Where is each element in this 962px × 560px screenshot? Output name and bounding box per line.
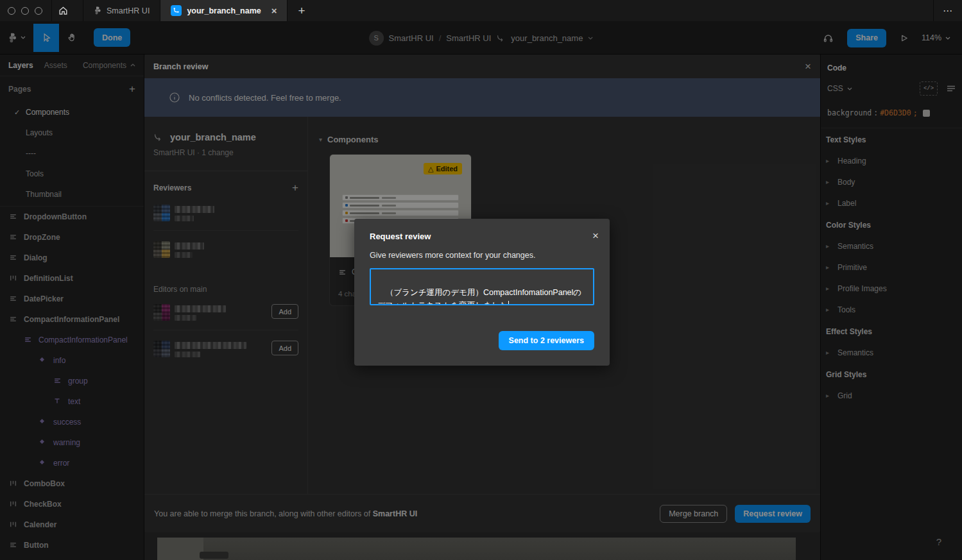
home-button[interactable] <box>51 0 74 21</box>
window-tab-bar: SmartHR UI your_branch_name × + ⋯ <box>0 0 962 21</box>
file-tabs: SmartHR UI your_branch_name × <box>83 0 288 21</box>
window-controls[interactable] <box>8 7 42 15</box>
window-maximize-button[interactable] <box>35 7 42 15</box>
review-comment-input[interactable]: （ブランチ運用のデモ用）CompactInfomationPanelのデフォルト… <box>370 268 594 305</box>
overflow-menu-button[interactable]: ⋯ <box>933 0 962 21</box>
tab-smarthr-ui[interactable]: SmartHR UI <box>83 0 160 21</box>
text-caret <box>508 301 509 305</box>
request-review-dialog: Request review × Give reviewers more con… <box>354 219 610 366</box>
tab-label: your_branch_name <box>187 6 261 15</box>
window-close-button[interactable] <box>8 7 15 15</box>
window-minimize-button[interactable] <box>21 7 29 15</box>
send-to-reviewers-button[interactable]: Send to 2 reviewers <box>499 331 594 350</box>
dialog-close-icon[interactable]: × <box>592 230 599 242</box>
review-comment-text: （ブランチ運用のデモ用）CompactInfomationPanelのデフォルト… <box>377 288 581 305</box>
home-icon <box>58 5 69 16</box>
dialog-title: Request review <box>370 232 594 241</box>
new-tab-button[interactable]: + <box>298 4 305 18</box>
figma-app: { "colors": { "accent": "#0d99ff", "badg… <box>0 0 962 560</box>
dialog-description: Give reviewers more context for your cha… <box>370 251 594 260</box>
branch-tab-icon <box>171 5 182 16</box>
figma-file-icon <box>94 6 101 15</box>
tab-your-branch-name[interactable]: your_branch_name × <box>160 0 288 21</box>
tab-label: SmartHR UI <box>107 6 150 15</box>
tab-close-icon[interactable]: × <box>271 6 277 15</box>
